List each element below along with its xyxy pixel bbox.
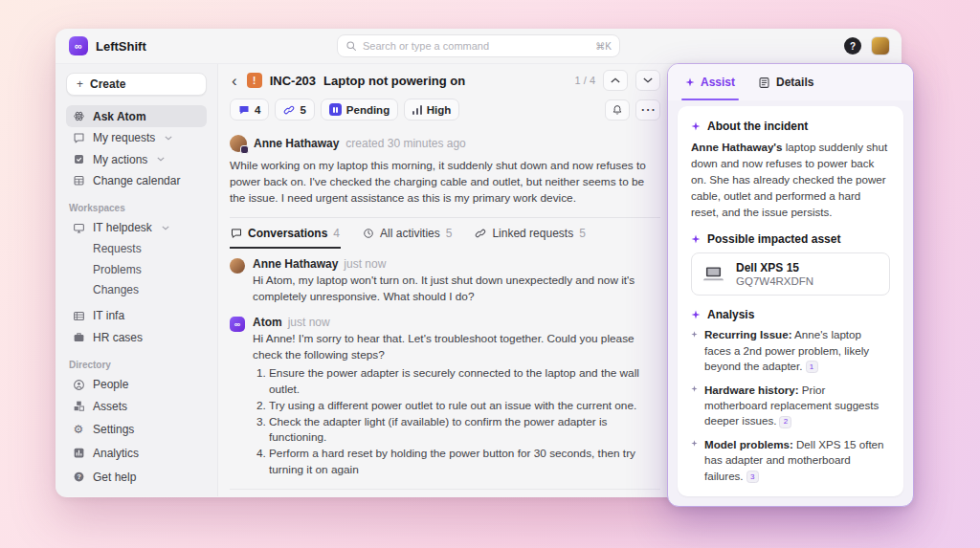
links-badge[interactable]: 5 [275, 99, 314, 121]
message-author: Atom [253, 316, 282, 329]
prev-incident-button[interactable] [603, 70, 628, 91]
sidebar-item-it-helpdesk[interactable]: IT helpdesk [66, 217, 207, 238]
sidebar-item-analytics[interactable]: Analytics [66, 441, 207, 465]
comments-count: 4 [255, 104, 260, 116]
status-label: Pending [346, 104, 390, 116]
create-button[interactable]: + Create [66, 73, 207, 96]
sidebar-item-change-calendar[interactable]: Change calendar [66, 170, 207, 191]
sidebar-subitem-changes[interactable]: Changes [66, 280, 207, 301]
sparkle-icon [691, 234, 701, 244]
tab-label: Conversations [248, 227, 327, 240]
analysis-bullet: Model problems: Dell XPS 15 often has ad… [691, 437, 890, 484]
citation-chip[interactable]: 3 [746, 471, 759, 483]
comments-badge[interactable]: 4 [230, 99, 269, 121]
section-title: Possible impacted asset [707, 232, 840, 246]
step: Perform a hard reset by holding the powe… [269, 446, 660, 478]
section-title: About the incident [707, 120, 808, 133]
sidebar-item-ask-atom[interactable]: Ask Atom [66, 105, 207, 126]
incident-title-row: ‹ ! INC-203 Laptop not powering on 1 / 4 [230, 70, 660, 91]
tab-linked-requests[interactable]: Linked requests 5 [474, 218, 586, 249]
citation-chip[interactable]: 1 [806, 361, 818, 373]
message-time: just now [288, 316, 330, 329]
sidebar-item-assets[interactable]: Assets [66, 396, 207, 417]
chat-icon [231, 228, 242, 239]
incident-type-icon: ! [247, 73, 262, 88]
sidebar-item-settings[interactable]: ⚙ Settings [66, 417, 207, 441]
tab-label: Linked requests [492, 227, 573, 240]
user-avatar[interactable] [871, 36, 890, 55]
message: Anne Hathaway just now Hi Atom, my lapto… [230, 257, 660, 305]
analysis-bullet: Hardware history: Prior motherboard repl… [691, 383, 890, 429]
topbar-actions: ? [844, 36, 890, 55]
boxes-icon [72, 400, 85, 412]
chevron-down-icon [165, 136, 172, 141]
details-icon [758, 77, 770, 89]
asset-section-heading: Possible impacted asset [691, 232, 890, 246]
requester-row: Anne Hathaway created 30 minutes ago [230, 135, 660, 152]
tab-details[interactable]: Details [758, 64, 813, 100]
sidebar-item-it-infa[interactable]: IT infa [66, 305, 207, 326]
step: Check the adapter light (if available) t… [269, 414, 660, 447]
sidebar-label: Ask Atom [93, 110, 146, 123]
atom-icon [72, 110, 85, 122]
sidebar-item-hr-cases[interactable]: HR cases [66, 327, 207, 348]
sidebar-label: My requests [93, 131, 155, 144]
detail-tabs: Conversations 4 All activities 5 Linked … [230, 217, 660, 249]
bullet-star-icon [691, 385, 698, 429]
request-created-event: + Anne Hathaway created a request just n… [230, 489, 660, 496]
bullet-star-icon [691, 440, 698, 484]
about-text: Anne Hathaway's laptop suddenly shut dow… [691, 139, 890, 220]
notifications-button[interactable] [605, 99, 630, 121]
incident-title: Laptop not powering on [323, 74, 465, 88]
priority-badge[interactable]: High [404, 99, 459, 121]
tab-count: 5 [446, 227, 453, 240]
next-incident-button[interactable] [635, 70, 660, 91]
sidebar-label: Requests [93, 242, 142, 255]
back-chevron-icon[interactable]: ‹ [230, 73, 239, 89]
help-icon[interactable]: ? [844, 37, 861, 55]
more-button[interactable]: ⋯ [635, 99, 660, 121]
search-shortcut: ⌘K [595, 41, 612, 52]
citation-chip[interactable]: 2 [779, 416, 791, 428]
bullet-lead: Model problems: [704, 438, 793, 450]
incident-pager: 1 / 4 [575, 75, 595, 86]
sidebar-label: My actions [93, 153, 147, 166]
sparkle-icon [691, 310, 701, 319]
bullet-star-icon [691, 331, 698, 375]
sidebar-label: Change calendar [93, 174, 180, 187]
tab-conversations[interactable]: Conversations 4 [230, 218, 341, 249]
bullet-lead: Hardware history: [704, 384, 799, 396]
person-icon [72, 379, 85, 391]
priority-bars-icon [412, 104, 422, 115]
troubleshoot-steps: Ensure the power adapter is securely con… [269, 365, 660, 477]
sidebar: + Create Ask Atom My requests My actions… [56, 64, 218, 496]
sidebar-item-people[interactable]: People [66, 374, 207, 395]
about-subject: Anne Hathaway's [691, 141, 783, 153]
message-text: Hi Anne! I'm sorry to hear that. Let's t… [253, 331, 660, 363]
briefcase-icon [72, 331, 85, 343]
search-icon [345, 40, 357, 52]
sidebar-subitem-problems[interactable]: Problems [66, 259, 207, 280]
sidebar-label: Settings [93, 423, 134, 436]
tab-all-activities[interactable]: All activities 5 [362, 218, 453, 249]
message-author: Anne Hathaway [253, 257, 338, 271]
tab-assist[interactable]: Assist [685, 64, 735, 100]
asset-card[interactable]: Dell XPS 15 GQ7W4RXDFN [691, 252, 890, 296]
sidebar-subitem-requests[interactable]: Requests [66, 239, 207, 260]
workspaces-section-label: Workspaces [69, 203, 207, 213]
sparkle-icon [691, 121, 701, 131]
sidebar-label: People [93, 378, 128, 391]
conversation-list: Anne Hathaway just now Hi Atom, my lapto… [230, 257, 660, 496]
link-icon [283, 104, 295, 116]
sidebar-item-my-actions[interactable]: My actions [66, 148, 207, 169]
search-input[interactable] [363, 40, 590, 52]
assist-panel: Assist Details About the incident Anne H… [667, 63, 914, 507]
command-search[interactable]: ⌘K [337, 34, 620, 57]
sidebar-label: HR cases [93, 331, 143, 344]
status-badge[interactable]: Pending [321, 99, 398, 121]
plus-icon: + [77, 77, 83, 91]
sidebar-item-get-help[interactable]: ? Get help [66, 465, 207, 489]
message-time: just now [344, 257, 386, 271]
assist-panel-tabs: Assist Details [668, 64, 913, 100]
sidebar-item-my-requests[interactable]: My requests [66, 127, 207, 148]
